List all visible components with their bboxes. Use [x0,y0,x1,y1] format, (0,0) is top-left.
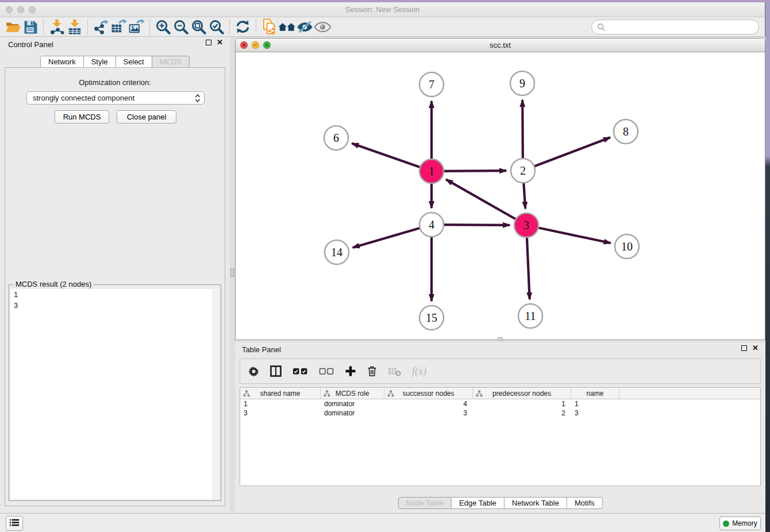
graph-node-15[interactable]: 15 [419,306,444,330]
memory-button[interactable]: Memory [719,516,761,530]
column-header-shared-name[interactable]: shared name [240,388,321,399]
tab-motifs[interactable]: Motifs [567,497,603,509]
graph-node-1[interactable]: 1 [419,159,444,183]
mcds-result-group: MCDS result (2 nodes) 13 [9,284,221,501]
import-table-icon[interactable] [66,18,83,36]
deselect-all-icon[interactable] [319,367,334,376]
column-header-name[interactable]: name [571,388,619,399]
select-all-icon[interactable] [292,367,308,376]
first-neighbors-icon[interactable] [278,18,296,36]
cell-predecessor-nodes[interactable]: 2 [473,408,571,418]
graph-node-14[interactable]: 14 [325,240,349,264]
status-bar: Memory [0,513,765,532]
graph-edge-3-10[interactable] [526,225,611,243]
columns-icon[interactable] [270,365,282,377]
criterion-select[interactable]: strongly connected component [26,91,205,105]
cell-shared-name[interactable]: 1 [240,399,321,408]
network-canvas-svg[interactable]: 7968124314101511 [236,52,765,340]
zoom-selected-icon[interactable] [207,18,225,36]
network-maximize-button[interactable]: + [263,41,271,49]
zoom-in-icon[interactable] [154,18,172,36]
table-panel-title: Table Panel [242,345,281,354]
cell-shared-name[interactable]: 3 [240,408,321,418]
table-row[interactable]: 3dominator323 [240,408,760,418]
run-mcds-button[interactable]: Run MCDS [55,110,109,124]
column-header-successor-nodes[interactable]: successor nodes [384,388,473,399]
memory-status-icon [723,521,729,527]
network-view-window: × − + scc.txt 7968124314101511 [235,38,765,340]
graph-node-9[interactable]: 9 [510,71,534,95]
result-scrollbar[interactable] [213,289,220,499]
zoom-out-icon[interactable] [172,18,190,36]
import-network-icon[interactable] [48,18,66,36]
cell-mcds-role[interactable]: dominator [321,408,384,418]
network-canvas[interactable]: 7968124314101511 [236,52,765,340]
open-session-icon[interactable] [3,18,21,36]
show-all-icon[interactable] [314,18,332,36]
graph-node-label: 7 [429,78,434,91]
optimization-criterion-label: Optimization criterion: [5,78,225,87]
tab-network[interactable]: Network [40,56,84,68]
toolbar-separator [149,20,150,34]
graph-node-3[interactable]: 3 [514,213,538,237]
show-panels-button[interactable] [6,516,23,531]
minimize-window-button[interactable] [17,6,24,13]
delete-table-icon [388,367,401,376]
duplicate-network-icon[interactable] [260,18,278,36]
tab-mcds[interactable]: MCDS [152,56,190,68]
mcds-result-list[interactable]: 13 [10,289,220,499]
graph-node-6[interactable]: 6 [324,126,348,150]
graph-node-7[interactable]: 7 [419,72,444,97]
cell-predecessor-nodes[interactable]: 1 [473,399,571,408]
network-minimize-button[interactable]: − [252,41,259,49]
graph-node-4[interactable]: 4 [419,213,444,237]
tab-select[interactable]: Select [116,56,152,68]
export-image-icon[interactable] [128,18,145,36]
splitter-handle-icon[interactable] [230,268,234,277]
main-area: Control Panel ✕ NetworkStyleSelectMCDS O… [0,37,765,513]
toolbar-separator [256,20,256,34]
float-table-panel-icon[interactable] [741,345,747,351]
table-row[interactable]: 1dominator411 [240,399,760,408]
tab-style[interactable]: Style [84,56,116,68]
export-table-icon[interactable] [110,18,128,36]
cell-successor-nodes[interactable]: 3 [384,408,473,418]
tab-network-table[interactable]: Network Table [505,497,567,509]
close-table-panel-icon[interactable]: ✕ [752,345,759,351]
export-network-icon[interactable] [92,18,110,36]
graph-node-label: 1 [429,165,434,178]
search-input[interactable] [606,21,759,33]
graph-node-10[interactable]: 10 [615,234,639,259]
search-box[interactable] [591,20,759,34]
column-header-mcds-role[interactable]: MCDS role [321,388,384,399]
network-close-button[interactable]: × [240,41,248,49]
graph-node-11[interactable]: 11 [518,304,542,328]
graph-edge-2-8[interactable] [523,137,610,171]
zoom-fit-icon[interactable] [190,18,207,36]
graph-node-2[interactable]: 2 [511,159,535,183]
add-row-icon[interactable] [345,365,356,377]
float-panel-icon[interactable] [206,40,211,45]
network-resize-handle[interactable] [498,337,503,341]
panel-splitter[interactable] [230,37,235,513]
cell-successor-nodes[interactable]: 4 [384,399,473,408]
hide-selection-icon[interactable] [296,18,314,36]
delete-row-icon[interactable] [367,365,377,377]
cell-name[interactable]: 3 [571,408,619,418]
list-icon [9,518,20,529]
close-window-button[interactable] [6,6,13,13]
graph-node-8[interactable]: 8 [614,119,638,144]
column-header-predecessor-nodes[interactable]: predecessor nodes [473,388,571,399]
zoom-window-button[interactable] [29,6,36,13]
close-panel-icon[interactable]: ✕ [217,40,223,45]
refresh-icon[interactable] [234,18,252,36]
cell-mcds-role[interactable]: dominator [321,399,384,408]
save-session-icon[interactable] [21,18,39,36]
gear-icon[interactable] [248,366,259,377]
tab-edge-table[interactable]: Edge Table [452,497,505,509]
close-mcds-panel-button[interactable]: Close panel [117,110,176,124]
graph-node-label: 11 [525,310,536,322]
cell-name[interactable]: 1 [571,399,619,408]
tab-node-table[interactable]: Node Table [398,497,452,509]
graph-edge-3-1[interactable] [446,179,526,225]
